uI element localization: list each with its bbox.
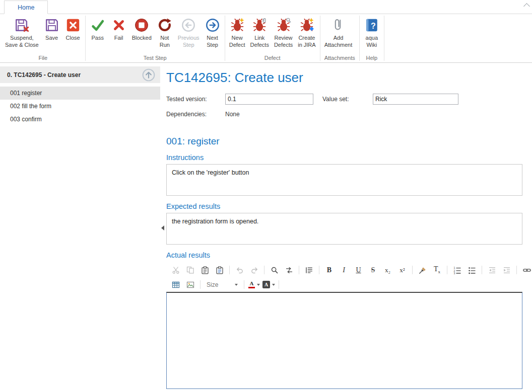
close-icon (65, 17, 81, 33)
version-row: Tested version: Value set: (166, 94, 522, 105)
chevron-down-icon (235, 284, 238, 286)
blocked-button[interactable]: Blocked (129, 15, 154, 55)
font-size-dropdown[interactable]: Size (203, 281, 241, 288)
link-button[interactable] (519, 265, 532, 276)
subscript-button[interactable]: x₂ (380, 265, 395, 276)
increase-indent-icon (503, 266, 511, 274)
bold-button[interactable]: B (322, 265, 337, 276)
close-button[interactable]: Close (62, 15, 84, 55)
step-item-003[interactable]: 003 confirm (0, 113, 160, 126)
fail-button[interactable]: Fail (108, 15, 129, 55)
group-label-defect: Defect (225, 55, 320, 62)
add-attachment-button[interactable]: Add Attachment (322, 15, 355, 55)
bold-icon: B (327, 267, 331, 274)
create-in-jira-bug-icon (299, 17, 315, 33)
link-defects-bug-icon (251, 17, 268, 33)
value-set-input[interactable] (373, 94, 458, 105)
redo-button[interactable] (247, 265, 261, 276)
panel-splitter[interactable] (160, 63, 165, 392)
bulleted-list-button[interactable] (464, 265, 479, 276)
decrease-indent-icon (488, 266, 496, 274)
decrease-indent-button[interactable] (485, 265, 499, 276)
editor-toolbar-row-2: Size A A (166, 277, 522, 292)
expected-results-box[interactable]: the registration form is opened. (166, 213, 522, 245)
paste-button[interactable] (197, 265, 212, 276)
previous-step-button[interactable]: Previous Step (175, 15, 202, 55)
toolbar-separator (279, 280, 279, 289)
toolbar-separator (299, 266, 299, 274)
paste-from-word-icon (216, 266, 224, 274)
image-icon (186, 281, 194, 289)
step-list-panel: 0. TC142695 - Create user 001 register 0… (0, 63, 160, 392)
group-label-file: File (1, 55, 85, 62)
underline-button[interactable]: U (351, 265, 366, 276)
strikethrough-icon: S (371, 267, 375, 274)
button-label: New Defect (229, 34, 245, 48)
select-all-button[interactable] (302, 265, 316, 276)
replace-button[interactable] (282, 265, 296, 276)
save-close-icon (14, 17, 30, 33)
scroll-to-top-button[interactable] (141, 67, 156, 83)
suspend-save-close-button[interactable]: Suspend, Save & Close (3, 15, 41, 55)
remove-format-button[interactable]: Tx (430, 265, 444, 276)
link-defects-button[interactable]: Link Defects (248, 15, 272, 55)
button-label: Fail (114, 34, 123, 41)
undo-button[interactable] (232, 265, 247, 276)
italic-button[interactable]: I (337, 265, 351, 276)
next-step-button[interactable]: Next Step (202, 15, 223, 55)
save-button[interactable]: Save (41, 15, 62, 55)
pass-button[interactable]: Pass (87, 15, 108, 55)
step-item-002[interactable]: 002 fill the form (0, 100, 160, 113)
aqua-wiki-button[interactable]: ? aqua Wiki (361, 15, 382, 55)
tested-version-input[interactable] (225, 94, 313, 105)
paste-icon (201, 266, 209, 274)
test-execution-main: TC142695: Create user Tested version: Va… (165, 63, 532, 392)
insert-image-button[interactable] (183, 279, 197, 290)
numbered-list-icon: 123 (453, 266, 461, 274)
button-label: Close (66, 34, 80, 41)
step-list: 001 register 002 fill the form 003 confi… (0, 87, 160, 126)
instructions-heading: Instructions (166, 153, 522, 162)
step-item-001[interactable]: 001 register (0, 87, 160, 100)
ribbon-tab-strip: Home (0, 0, 532, 14)
chevron-down-icon (272, 284, 275, 286)
toolbar-separator (482, 266, 482, 274)
copy-button[interactable] (183, 265, 197, 276)
save-icon (44, 17, 60, 33)
not-run-button[interactable]: Not Run (154, 15, 175, 55)
cut-button[interactable] (168, 265, 183, 276)
find-button[interactable] (267, 265, 282, 276)
review-defects-button[interactable]: Review Defects (272, 15, 295, 55)
dependencies-row: Dependencies: None (166, 111, 522, 118)
button-label: Pass (91, 34, 103, 41)
tab-home[interactable]: Home (4, 1, 48, 14)
button-label: Previous Step (178, 34, 200, 48)
dependencies-value: None (225, 111, 240, 118)
numbered-list-button[interactable]: 123 (450, 265, 464, 276)
collapse-panel-icon[interactable] (161, 225, 164, 230)
superscript-button[interactable]: x² (395, 265, 410, 276)
select-all-icon (305, 266, 313, 274)
format-brush-icon (419, 266, 427, 274)
arrow-up-circle-icon (142, 68, 156, 82)
create-in-jira-button[interactable]: Create in JIRA (295, 15, 318, 55)
group-separator (384, 16, 384, 61)
copy-formatting-button[interactable] (415, 265, 430, 276)
editor-toolbar-row-1: B I U S x₂ x² Tx 123 (166, 263, 522, 277)
actual-results-text-area[interactable] (166, 292, 522, 389)
strikethrough-button[interactable]: S (366, 265, 380, 276)
new-defect-button[interactable]: New Defect (227, 15, 248, 55)
insert-table-button[interactable] (168, 279, 183, 290)
background-color-button[interactable]: A (261, 279, 276, 290)
not-run-reset-icon (157, 17, 173, 33)
replace-icon (285, 266, 293, 274)
text-color-button[interactable]: A (247, 279, 261, 290)
underline-icon: U (356, 267, 361, 274)
instructions-box[interactable]: Click on the 'register' button (166, 164, 522, 196)
paste-from-word-button[interactable] (212, 265, 227, 276)
actual-results-heading: Actual results (166, 251, 522, 259)
button-label: Suspend, Save & Close (5, 34, 39, 48)
collapse-chevron-icon[interactable] (523, 3, 530, 10)
increase-indent-button[interactable] (499, 265, 514, 276)
font-size-value: Size (207, 281, 233, 288)
